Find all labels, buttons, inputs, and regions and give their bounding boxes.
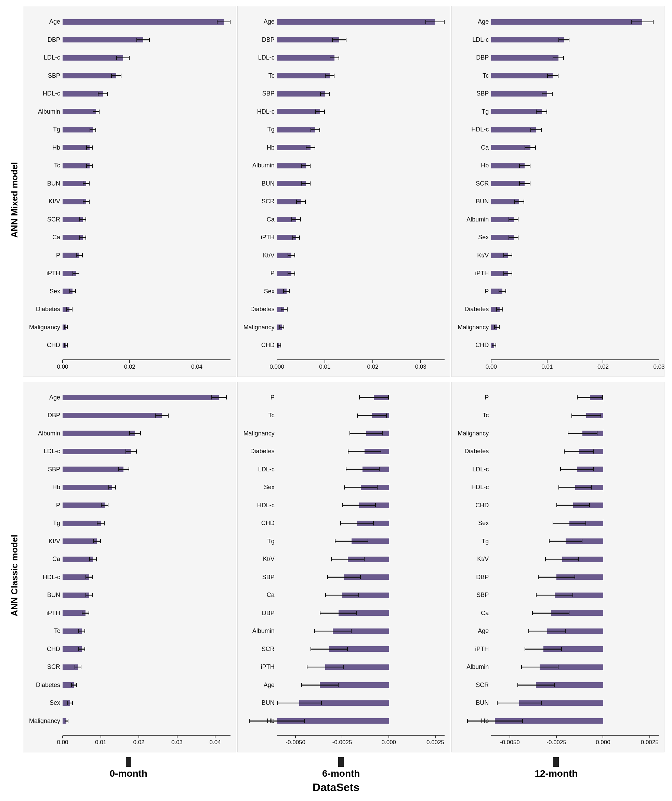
bar-label: HDL-c [454, 484, 491, 491]
bar [63, 449, 132, 454]
bar-label: Diabetes [454, 306, 491, 313]
bar-label: DBP [454, 574, 491, 581]
bar [491, 127, 536, 132]
bar-row: Hb [454, 717, 659, 725]
bar-row: Kt/V [239, 251, 445, 259]
error-bar [86, 164, 93, 168]
error-bar [350, 431, 383, 436]
bar-row: Sex [239, 483, 445, 492]
error-bar [281, 307, 288, 312]
bar-row: Ca [454, 143, 659, 152]
bar-label: Hb [239, 144, 277, 151]
error-bar [342, 503, 375, 507]
bar-label: CHD [454, 502, 491, 509]
error-bar [558, 38, 570, 42]
bar-row: Kt/V [239, 555, 445, 563]
bar-label: iPTH [239, 234, 277, 241]
bar-row: DBP [25, 412, 231, 420]
bar-label: Sex [25, 288, 63, 295]
bar [63, 485, 112, 490]
bar [63, 55, 123, 61]
bar-row: Kt/V [25, 537, 231, 545]
x-tick-label: 0.02 [597, 364, 609, 370]
bar-label: Age [25, 394, 63, 401]
error-bar [288, 272, 295, 275]
bar [63, 163, 90, 169]
error-bar [314, 629, 351, 633]
x-tick-label: 0.000 [596, 739, 611, 746]
error-bar [217, 20, 230, 24]
error-bar [564, 449, 594, 454]
bar-row: Tg [239, 537, 445, 545]
bar [277, 91, 325, 97]
bar-label: iPTH [239, 663, 277, 671]
bar-row: Diabetes [239, 306, 445, 314]
bar-row: Tc [25, 627, 231, 635]
error-bar [292, 235, 300, 240]
bar-label: Malignancy [239, 324, 277, 331]
bar-row: DBP [239, 609, 445, 617]
bar-label: SCR [239, 646, 277, 653]
bar-row: P [25, 501, 231, 509]
bar-row: Sex [239, 287, 445, 295]
bar-label: DBP [25, 412, 63, 419]
bar-row: Tc [454, 72, 659, 80]
bar-label: Ca [454, 144, 491, 151]
bar-row: iPTH [454, 645, 659, 653]
error-bar [76, 253, 83, 257]
error-bar [557, 503, 590, 507]
bar-label: CHD [239, 342, 277, 349]
bar-row: DBP [454, 54, 659, 62]
bar-label: Ca [25, 234, 63, 241]
bar-label: Age [239, 18, 277, 25]
bar-label: LDL-c [454, 466, 491, 473]
error-bar [577, 396, 603, 399]
bar-row: SCR [454, 179, 659, 188]
bar-row: Age [454, 627, 659, 635]
error-bar [67, 701, 73, 705]
bar-row: iPTH [25, 609, 231, 617]
x-tick-label: 0.01 [319, 364, 330, 370]
error-bar [340, 521, 374, 526]
bar-row: SCR [454, 681, 659, 689]
bar-row: CHD [25, 645, 231, 653]
bar [491, 91, 547, 97]
bar-row: LDL-c [25, 447, 231, 455]
bar-label: P [239, 270, 277, 277]
bar-row: Albumin [25, 429, 231, 437]
bar-row: Sex [25, 699, 231, 707]
error-bar [78, 629, 85, 633]
bar-label: iPTH [25, 610, 63, 617]
bar-row: Tg [239, 125, 445, 134]
bar [63, 521, 101, 526]
bar-row: iPTH [25, 269, 231, 278]
bar-row: Kt/V [454, 555, 659, 563]
bar-label: Diabetes [454, 448, 491, 455]
bar-row: SBP [25, 465, 231, 473]
panel-bot-right: PTcMalignancyDiabetesLDL-cHDL-cCHDSexTgK… [451, 382, 664, 753]
error-bar [348, 449, 381, 454]
x-tick-label: 0.03 [171, 739, 183, 746]
error-bar [301, 182, 311, 185]
bar-row: P [239, 393, 445, 402]
bar-row: BUN [239, 699, 445, 707]
bar-label: BUN [239, 180, 277, 187]
bar-label: Albumin [454, 216, 491, 223]
x-tick-label: 0.00 [57, 739, 68, 746]
bar-row: LDL-c [25, 54, 231, 62]
bar-label: Tg [239, 538, 277, 545]
bar-label: Tg [454, 538, 491, 545]
panel-bot-left: AgeDBPAlbuminLDL-cSBPHbPTgKt/VCaHDL-cBUN… [23, 382, 236, 753]
bar-row: Tc [239, 72, 445, 80]
bar-row: Diabetes [454, 306, 659, 314]
bar-row: Hb [25, 483, 231, 492]
bar-row: Malignancy [454, 323, 659, 331]
bar-label: Hb [25, 144, 63, 151]
x-tick-label: 0.0025 [427, 739, 444, 746]
bar-label: CHD [25, 342, 63, 349]
bar [63, 557, 93, 562]
error-bar [98, 92, 108, 96]
error-bar [553, 521, 586, 526]
bar [63, 466, 123, 472]
bar-label: Kt/V [239, 556, 277, 563]
